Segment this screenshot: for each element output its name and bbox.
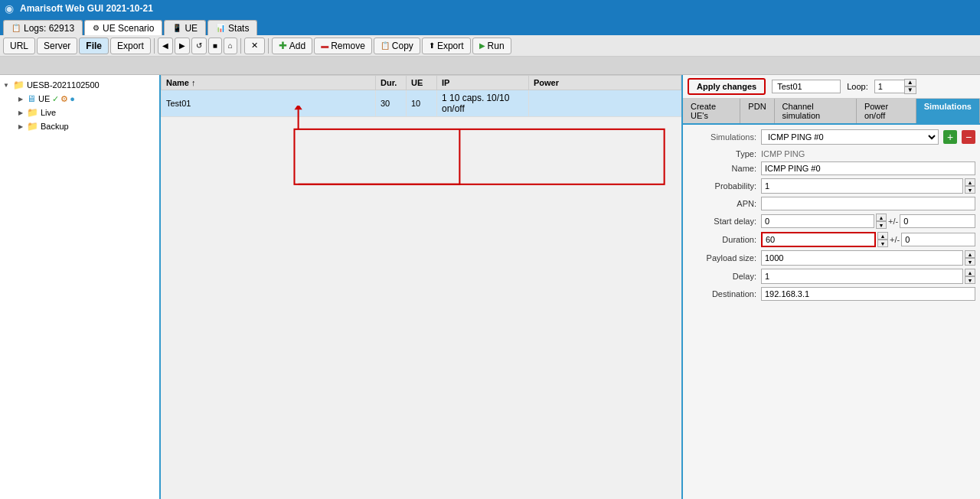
col-ue[interactable]: UE bbox=[407, 76, 437, 90]
probability-container: ▲ ▼ bbox=[761, 178, 975, 194]
expand-arrow: ▼ bbox=[3, 82, 9, 89]
col-ip[interactable]: IP bbox=[437, 76, 529, 90]
payload-size-input[interactable] bbox=[761, 250, 963, 266]
name-input[interactable] bbox=[761, 161, 975, 175]
server-button[interactable]: Server bbox=[37, 38, 77, 54]
stop-button[interactable]: ■ bbox=[208, 38, 222, 54]
sidebar-item-root[interactable]: ▼ 📁 UESB-2021102500 bbox=[0, 78, 159, 92]
start-delay-input[interactable] bbox=[761, 214, 874, 228]
delay-input[interactable] bbox=[761, 269, 963, 284]
copy-button[interactable]: 📋 Copy bbox=[374, 38, 420, 54]
secondary-toolbar bbox=[0, 57, 980, 75]
plus-minus-label: +/- bbox=[888, 217, 898, 226]
loop-input[interactable] bbox=[874, 80, 905, 93]
type-value: ICMP PING bbox=[761, 149, 975, 158]
name-label: Name: bbox=[688, 164, 756, 173]
tab-ue[interactable]: 📱 UE bbox=[164, 20, 206, 35]
status-icon-2: ⚙ bbox=[60, 94, 68, 104]
scenario-diagram bbox=[168, 106, 681, 499]
back-button[interactable]: ◀ bbox=[158, 38, 173, 54]
duration-input[interactable] bbox=[761, 232, 876, 247]
type-label: Type: bbox=[688, 149, 756, 158]
prob-down-btn[interactable]: ▼ bbox=[965, 186, 975, 194]
start-delay-pm-input[interactable] bbox=[900, 214, 975, 228]
run-icon: ▶ bbox=[479, 41, 485, 50]
apply-bar: Apply changes Loop: ▲ ▼ bbox=[683, 75, 980, 99]
start-delay-up[interactable]: ▲ bbox=[876, 214, 887, 221]
run-button[interactable]: ▶ Run bbox=[472, 38, 511, 54]
add-icon: ✚ bbox=[279, 40, 287, 51]
add-button[interactable]: ✚ Add bbox=[272, 38, 312, 54]
delay-label: Delay: bbox=[688, 272, 756, 281]
sim-add-button[interactable]: + bbox=[943, 130, 957, 144]
right-panel: Apply changes Loop: ▲ ▼ Create UE's PDN … bbox=[681, 75, 980, 499]
tab-stats[interactable]: 📊 Stats bbox=[207, 20, 257, 35]
payload-size-label: Payload size: bbox=[688, 253, 756, 263]
sidebar-item-ue[interactable]: ▶ 🖥 UE ✓ ⚙ ● bbox=[12, 92, 159, 106]
apn-label: APN: bbox=[688, 199, 756, 208]
tab-ue-scenario[interactable]: ⚙ UE Scenario bbox=[84, 20, 162, 35]
col-dur[interactable]: Dur. bbox=[376, 76, 407, 90]
app-icon: ◉ bbox=[5, 2, 14, 15]
tab-channel-simulation[interactable]: Channel simulation bbox=[775, 99, 857, 123]
loop-up-button[interactable]: ▲ bbox=[904, 79, 916, 86]
payload-up[interactable]: ▲ bbox=[965, 250, 975, 258]
svg-rect-0 bbox=[294, 129, 664, 184]
backup-arrow: ▶ bbox=[18, 123, 23, 130]
close-button[interactable]: ✕ bbox=[244, 38, 265, 54]
probability-field: Probability: ▲ ▼ bbox=[688, 178, 975, 194]
scenario-table-area: Name ↑ Dur. UE IP Power Test01 30 10 1 1… bbox=[161, 75, 681, 499]
loop-down-button[interactable]: ▼ bbox=[904, 86, 916, 94]
tab-simulations[interactable]: Simulations bbox=[916, 99, 980, 123]
apn-input[interactable] bbox=[761, 197, 975, 210]
tab-pdn[interactable]: PDN bbox=[740, 99, 774, 123]
url-button[interactable]: URL bbox=[3, 38, 35, 54]
payload-down[interactable]: ▼ bbox=[965, 258, 975, 266]
diagram-area bbox=[168, 106, 681, 499]
start-delay-down[interactable]: ▼ bbox=[876, 221, 887, 229]
probability-input[interactable] bbox=[761, 178, 963, 194]
delay-spinner: ▲ ▼ bbox=[965, 269, 975, 284]
duration-container: ▲ ▼ +/- bbox=[761, 232, 975, 247]
delay-up[interactable]: ▲ bbox=[965, 269, 975, 276]
start-delay-spinner: ▲ ▼ bbox=[876, 214, 887, 229]
sidebar-item-live[interactable]: ▶ 📁 Live bbox=[12, 106, 159, 119]
export-button[interactable]: Export bbox=[110, 38, 151, 54]
monitor-icon: 🖥 bbox=[27, 93, 36, 104]
export2-icon: ⬆ bbox=[429, 41, 435, 50]
duration-pm-input[interactable] bbox=[901, 233, 975, 246]
apply-changes-button[interactable]: Apply changes bbox=[688, 78, 766, 95]
status-icon-1: ✓ bbox=[52, 94, 59, 104]
type-field: Type: ICMP PING bbox=[688, 149, 975, 158]
prob-up-btn[interactable]: ▲ bbox=[965, 178, 975, 186]
title-bar: ◉ Amarisoft Web GUI 2021-10-21 bbox=[0, 0, 980, 17]
duration-down[interactable]: ▼ bbox=[877, 240, 888, 247]
simulations-select[interactable]: ICMP PING #0 bbox=[761, 129, 939, 145]
name-field: Name: bbox=[688, 161, 975, 175]
sim-remove-button[interactable]: − bbox=[962, 130, 975, 144]
plus-minus-label2: +/- bbox=[890, 235, 900, 244]
export2-button[interactable]: ⬆ Export bbox=[422, 38, 471, 54]
col-name[interactable]: Name ↑ bbox=[162, 76, 376, 90]
remove-button[interactable]: ▬ Remove bbox=[314, 38, 372, 54]
separator2 bbox=[240, 38, 241, 54]
live-arrow: ▶ bbox=[18, 109, 23, 116]
simulations-panel: Simulations: ICMP PING #0 + − Type: ICMP… bbox=[683, 125, 980, 499]
sidebar-item-backup[interactable]: ▶ 📁 Backup bbox=[12, 119, 159, 133]
forward-button[interactable]: ▶ bbox=[175, 38, 190, 54]
main-layout: ▼ 📁 UESB-2021102500 ▶ 🖥 UE ✓ ⚙ ● ▶ 📁 Liv… bbox=[0, 75, 980, 499]
file-button[interactable]: File bbox=[79, 38, 109, 54]
tab-power-onoff[interactable]: Power on/off bbox=[857, 99, 916, 123]
home-button[interactable]: ⌂ bbox=[224, 38, 237, 54]
tab-logs[interactable]: 📋 Logs: 62913 bbox=[3, 20, 83, 35]
ue-arrow: ▶ bbox=[18, 96, 23, 103]
refresh-button[interactable]: ↺ bbox=[191, 38, 207, 54]
right-tabs: Create UE's PDN Channel simulation Power… bbox=[683, 99, 980, 125]
col-power[interactable]: Power bbox=[529, 76, 681, 90]
destination-input[interactable] bbox=[761, 287, 975, 301]
scenario-name-input[interactable] bbox=[772, 80, 841, 93]
duration-up[interactable]: ▲ bbox=[877, 232, 888, 240]
tab-create-ues[interactable]: Create UE's bbox=[683, 99, 740, 123]
delay-down[interactable]: ▼ bbox=[965, 276, 975, 284]
duration-field: Duration: ▲ ▼ +/- bbox=[688, 232, 975, 247]
